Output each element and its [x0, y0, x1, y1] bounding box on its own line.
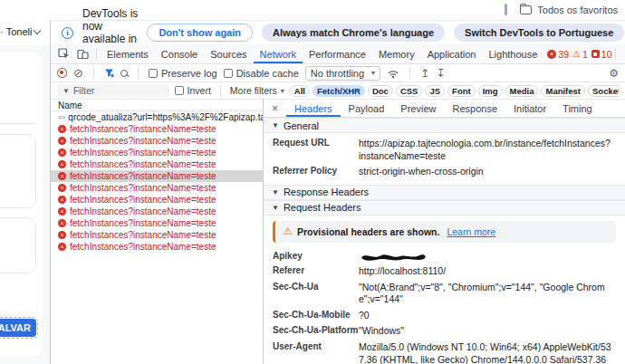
select-caret-icon: ▾ — [371, 69, 375, 77]
network-toolbar: ⊘ Preserve log Disable cache No throttli… — [51, 64, 625, 82]
table-row[interactable]: × fetchInstances?instanceName=teste — [51, 135, 263, 147]
profile-label[interactable]: Toneli — [6, 26, 33, 37]
table-row[interactable]: × fetchInstances?instanceName=teste — [51, 147, 263, 158]
request-details-panel: × Headers Payload Preview Response Initi… — [264, 100, 625, 364]
tab-group-indicator — [505, 4, 507, 15]
filter-pill-font[interactable]: Font — [447, 85, 476, 97]
filter-pill-js[interactable]: JS — [425, 85, 445, 97]
filter-pill-doc[interactable]: Doc — [368, 85, 393, 97]
tab-initiator[interactable]: Initiator — [505, 100, 554, 117]
tab-elements[interactable]: Elements — [101, 44, 155, 63]
tab-lighthouse[interactable]: Lighthouse — [482, 44, 543, 63]
checkbox-icon[interactable] — [224, 69, 233, 78]
response-headers-section-header[interactable]: ▼ Response Headers — [264, 185, 625, 200]
header-row: Sec-Ch-Ua-Platform "Windows" — [264, 323, 625, 340]
request-headers-section-header[interactable]: ▼ Request Headers — [264, 200, 625, 216]
filter-pill-media[interactable]: Media — [505, 85, 539, 97]
preserve-log-checkbox[interactable]: Preserve log — [149, 68, 217, 79]
request-name: fetchInstances?instanceName=teste — [70, 171, 216, 181]
filter-pill-all[interactable]: All — [290, 85, 310, 97]
error-count: 39 — [558, 49, 569, 60]
table-row[interactable]: × fetchInstances?instanceName=teste — [51, 206, 263, 217]
header-row: Sec-Ch-Ua-Mobile ?0 — [264, 308, 625, 324]
profile-menu[interactable]: · Toneli — [0, 26, 40, 37]
info-icon: i — [62, 27, 73, 39]
filter-pill-img[interactable]: Img — [478, 85, 503, 97]
tab-network[interactable]: Network — [254, 44, 303, 63]
tab-timing[interactable]: Timing — [554, 100, 601, 117]
more-filters-caret-icon: ▾ — [281, 87, 284, 95]
table-row[interactable]: × fetchInstances?instanceName=teste — [51, 229, 263, 241]
warning-badge[interactable]: ⚠ 1 — [572, 49, 588, 60]
table-row[interactable]: × fetchInstances?instanceName=teste — [51, 158, 263, 170]
header-name: Referer — [273, 265, 359, 278]
card-divider — [0, 123, 36, 124]
preserve-log-label: Preserve log — [161, 68, 217, 79]
table-row[interactable]: × fetchInstances?instanceName=teste — [51, 194, 263, 206]
save-button[interactable]: ALVAR — [0, 319, 36, 337]
error-icon: × — [58, 196, 66, 204]
inspect-element-button[interactable] — [54, 44, 73, 63]
checkbox-icon[interactable] — [175, 86, 184, 95]
tab-payload[interactable]: Payload — [341, 100, 393, 117]
provisional-headers-warning: ⚠ Provisional headers are shown. Learn m… — [273, 221, 616, 243]
tab-preview[interactable]: Preview — [392, 100, 444, 117]
record-button[interactable] — [57, 68, 67, 78]
filter-pill-manifest[interactable]: Manifest — [541, 85, 585, 97]
tab-memory[interactable]: Memory — [372, 44, 421, 63]
tab-console[interactable]: Console — [155, 44, 204, 63]
document-icon: <> — [58, 113, 64, 121]
tab-sources[interactable]: Sources — [204, 44, 253, 63]
more-filters-button[interactable]: More filters ▾ — [230, 85, 284, 96]
import-har-icon[interactable]: ↥ — [420, 68, 429, 79]
bookmarks-bar-item[interactable]: Todos os favoritos — [505, 4, 618, 15]
device-toolbar-button[interactable] — [73, 44, 92, 63]
filter-funnel-icon[interactable] — [104, 68, 114, 78]
invert-checkbox[interactable]: Invert — [175, 85, 211, 96]
table-row[interactable]: × fetchInstances?instanceName=teste — [51, 217, 263, 229]
error-icon: × — [58, 148, 66, 157]
network-conditions-icon[interactable] — [387, 68, 399, 79]
tab-headers[interactable]: Headers — [286, 100, 341, 117]
dont-show-again-button[interactable]: Don't show again — [147, 24, 253, 42]
header-value: "Not(A:Brand";v="8", "Chromium";v="144",… — [359, 282, 625, 306]
header-value: https://apizap.tajtecnologia.com.br/inst… — [359, 138, 625, 162]
export-har-icon[interactable]: ↧ — [436, 68, 445, 79]
network-settings-gear-icon[interactable]: ⚙ — [609, 68, 619, 79]
inspect-icon — [58, 48, 70, 60]
issues-icon — [591, 50, 600, 58]
issues-badge[interactable]: 10 — [591, 49, 612, 60]
table-row[interactable]: × fetchInstances?instanceName=teste — [51, 123, 263, 135]
match-language-button[interactable]: Always match Chrome's language — [262, 24, 445, 42]
toolbar-divider — [409, 67, 410, 79]
triangle-down-icon: ▼ — [272, 204, 279, 212]
tab-application[interactable]: Application — [421, 44, 483, 63]
filter-input[interactable]: ▼ Filter — [57, 84, 169, 97]
issues-count: 10 — [601, 49, 612, 60]
table-row[interactable]: <> qrcode_atualiza?url=https%3A%2F%2Fapi… — [51, 111, 263, 123]
name-column-header[interactable]: Name — [51, 100, 263, 111]
learn-more-link[interactable]: Learn more — [447, 226, 495, 237]
switch-language-button[interactable]: Switch DevTools to Portuguese — [454, 24, 624, 42]
invert-label: Invert — [188, 85, 211, 96]
clear-icon[interactable]: ⊘ — [73, 67, 83, 79]
throttling-select[interactable]: No throttling ▾ — [305, 66, 380, 81]
tab-response[interactable]: Response — [444, 100, 505, 117]
error-icon: × — [58, 172, 66, 180]
error-badge[interactable]: × 39 — [547, 49, 569, 60]
filter-pill-fetch-xhr[interactable]: Fetch/XHR — [312, 85, 365, 97]
filter-pill-socket[interactable]: Socket — [588, 85, 619, 97]
table-row[interactable]: × fetchInstances?instanceName=teste — [51, 241, 263, 253]
general-section-header[interactable]: ▼ General — [264, 118, 625, 133]
table-row-selected[interactable]: × fetchInstances?instanceName=teste — [51, 170, 263, 182]
checkbox-icon[interactable] — [149, 69, 158, 78]
console-badges[interactable]: × 39 ⚠ 1 10 — [547, 49, 611, 60]
bookmarks-folder-label[interactable]: Todos os favoritos — [537, 5, 618, 15]
header-name: Sec-Ch-Ua-Mobile — [273, 310, 359, 322]
table-row[interactable]: × fetchInstances?instanceName=teste — [51, 182, 263, 194]
disable-cache-checkbox[interactable]: Disable cache — [224, 68, 299, 79]
tab-performance[interactable]: Performance — [303, 44, 372, 63]
details-close-icon[interactable]: × — [264, 102, 286, 115]
search-icon[interactable] — [120, 70, 128, 77]
filter-pill-css[interactable]: CSS — [396, 85, 423, 97]
